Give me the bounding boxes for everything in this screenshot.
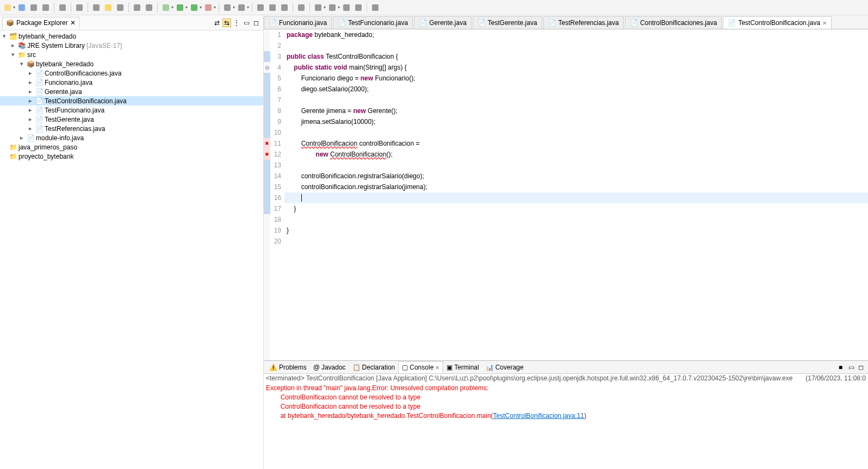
dropdown-icon[interactable]: ▾ [247, 5, 249, 10]
collapse-icon[interactable]: ⇄ [213, 18, 221, 27]
bottom-tab-console[interactable]: ▢Console ✕ [398, 361, 443, 373]
perspective-button[interactable] [57, 2, 68, 13]
dropdown-icon[interactable]: ▾ [13, 5, 15, 10]
module-node[interactable]: ▸ 📄 module-info.java [0, 133, 263, 142]
save-button[interactable] [16, 2, 27, 13]
editor-tab[interactable]: 📄TestControlBonificacion.java✕ [723, 16, 832, 29]
bookmark-button[interactable] [115, 2, 126, 13]
close-icon[interactable]: ✕ [822, 20, 827, 26]
twisty-icon[interactable]: ▸ [26, 88, 35, 95]
highlight-button[interactable] [103, 2, 114, 13]
closed-project-node[interactable]: 📁proyecto_bytebank [0, 152, 263, 161]
editor-tab[interactable]: 📄Funcionario.java [264, 16, 332, 29]
dropdown-icon[interactable]: ▾ [338, 5, 340, 10]
code-editor[interactable]: 1234567891011121314151617181920 package … [264, 29, 868, 360]
console-line: ControlBonificacion cannot be resolved t… [266, 393, 866, 402]
twisty-icon[interactable]: ▸ [26, 97, 35, 104]
forward-button[interactable] [327, 2, 338, 13]
bottom-tab-declaration[interactable]: 📋Declaration [349, 362, 399, 373]
skip-button[interactable] [144, 2, 154, 13]
maximize-icon[interactable]: ◻ [252, 18, 261, 27]
bottom-tab-terminal[interactable]: ▣Terminal [443, 362, 482, 373]
file-node[interactable]: ▸📄Funcionario.java [0, 78, 263, 87]
twisty-icon[interactable]: ▸ [26, 79, 35, 86]
launch-button[interactable] [370, 2, 381, 13]
twisty-icon[interactable]: ▸ [26, 125, 35, 132]
svg-rect-13 [191, 4, 197, 11]
terminate-icon[interactable]: ■ [839, 364, 846, 371]
editor-tab-bar: 📄Funcionario.java📄TestFuncionario.java📄G… [264, 15, 868, 29]
search-button[interactable] [267, 2, 278, 13]
stacktrace-link[interactable]: TestControlBonificacion.java:11 [493, 412, 584, 420]
file-node[interactable]: ▸📄Gerente.java [0, 87, 263, 96]
bottom-tab-javadoc[interactable]: @Javadoc [310, 362, 349, 373]
java-file-icon: 📄 [35, 97, 44, 105]
up-button[interactable] [341, 2, 352, 13]
close-icon[interactable]: ✕ [435, 365, 439, 371]
file-node[interactable]: ▸📄TestGerente.java [0, 115, 263, 124]
debug-button[interactable] [160, 2, 171, 13]
package-node[interactable]: ▾ 📦 bytebank_heredado [0, 59, 263, 68]
jre-node[interactable]: ▸ 📚 JRE System Library [JavaSE-17] [0, 41, 263, 50]
editor-tab[interactable]: 📄TestGerente.java [473, 16, 542, 29]
dropdown-icon[interactable]: ▾ [233, 5, 235, 10]
console-output[interactable]: Exception in thread "main" java.lang.Err… [264, 383, 868, 469]
editor-tab[interactable]: 📄TestFuncionario.java [333, 16, 413, 29]
bottom-tab-coverage[interactable]: 📊Coverage [482, 362, 527, 373]
project-tree[interactable]: ▾ 🗂️ bytebank_heredado ▸ 📚 JRE System Li… [0, 30, 263, 469]
text-caret [301, 194, 302, 202]
twisty-icon[interactable]: ▾ [9, 51, 17, 58]
project-node[interactable]: ▾ 🗂️ bytebank_heredado [0, 32, 263, 41]
back-button[interactable] [313, 2, 324, 13]
minimize-icon[interactable]: ▭ [848, 364, 856, 371]
file-node[interactable]: ▸📄ControlBonificaciones.java [0, 68, 263, 78]
stepover-button[interactable] [132, 2, 142, 13]
minimize-icon[interactable]: ▭ [242, 18, 251, 27]
code-area[interactable]: package bytebank_heredado; public class … [284, 29, 868, 360]
svg-rect-10 [146, 4, 152, 11]
svg-rect-5 [76, 4, 83, 11]
newpkg-button[interactable] [222, 2, 233, 13]
svg-rect-25 [372, 4, 379, 11]
editor-tab[interactable]: 📄Gerente.java [414, 16, 472, 29]
maximize-icon[interactable]: ◻ [858, 364, 866, 371]
run-button[interactable] [175, 2, 185, 13]
src-node[interactable]: ▾ 📁 src [0, 50, 263, 59]
bottom-tab-problems[interactable]: ⚠️Problems [266, 362, 310, 373]
twisty-icon[interactable]: ▸ [26, 116, 35, 123]
tasks-button[interactable] [279, 2, 290, 13]
saveall-button[interactable] [28, 2, 39, 13]
dropdown-icon[interactable]: ▾ [171, 5, 173, 10]
twisty-icon[interactable]: ▸ [26, 70, 35, 77]
closed-project-node[interactable]: 📁java_primeros_paso [0, 142, 263, 152]
newclass-button[interactable] [236, 2, 247, 13]
close-icon[interactable]: ✕ [70, 19, 76, 27]
new-button[interactable] [2, 2, 13, 13]
dropdown-icon[interactable]: ▾ [214, 5, 216, 10]
pin-button[interactable] [91, 2, 102, 13]
file-node[interactable]: ▸📄TestReferencias.java [0, 124, 263, 133]
editor-tab[interactable]: 📄ControlBonificaciones.java [625, 16, 722, 29]
refresh-button[interactable] [353, 2, 364, 13]
editor-tab[interactable]: 📄TestReferencias.java [543, 16, 624, 29]
explorer-tab[interactable]: 📦 Package Explorer ✕ [2, 17, 79, 28]
file-node[interactable]: ▸📄TestControlBonificacion.java [0, 96, 263, 105]
twisty-icon[interactable]: ▸ [26, 107, 35, 114]
dropdown-icon[interactable]: ▾ [324, 5, 326, 10]
twisty-icon[interactable]: ▾ [17, 60, 26, 67]
breakpoint-button[interactable] [74, 2, 85, 13]
print-button[interactable] [40, 2, 51, 13]
file-node[interactable]: ▸📄TestFuncionario.java [0, 105, 263, 115]
folder-button[interactable] [255, 2, 266, 13]
syncclass-button[interactable] [296, 2, 307, 13]
filter-icon[interactable]: ⋮ [232, 18, 241, 27]
twisty-icon[interactable]: ▾ [0, 33, 9, 40]
dropdown-icon[interactable]: ▾ [185, 5, 188, 10]
link-editor-icon[interactable]: ⇆ [222, 18, 231, 27]
dropdown-icon[interactable]: ▾ [200, 5, 202, 10]
twisty-icon[interactable]: ▸ [9, 42, 17, 49]
twisty-icon[interactable]: ▸ [17, 134, 26, 141]
coverage-button[interactable] [189, 2, 200, 13]
java-file-icon: 📄 [548, 19, 556, 27]
external-button[interactable] [203, 2, 214, 13]
